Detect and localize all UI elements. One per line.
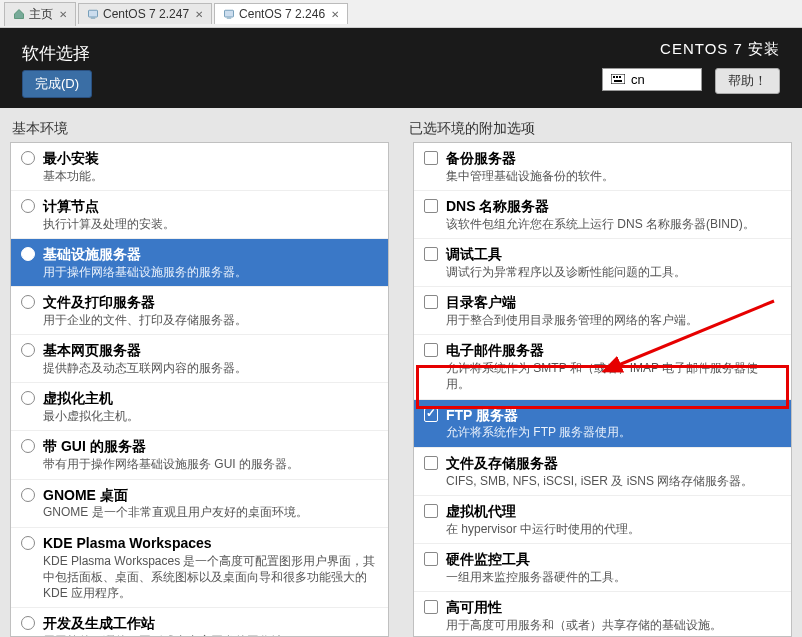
item-desc: 允许将系统作为 SMTP 和（或者）IMAP 电子邮件服务器使用。 — [446, 360, 781, 392]
radio-icon — [21, 439, 35, 457]
checkbox-icon — [424, 408, 438, 426]
svg-rect-1 — [91, 18, 96, 19]
item-name: 文件及存储服务器 — [446, 454, 753, 473]
addon-item-8[interactable]: 硬件监控工具一组用来监控服务器硬件的工具。 — [414, 543, 791, 591]
tab-vm-247[interactable]: CentOS 7 2.247 ✕ — [78, 3, 212, 24]
addon-item-0[interactable]: 备份服务器集中管理基础设施备份的软件。 — [414, 143, 791, 190]
help-button[interactable]: 帮助！ — [715, 68, 780, 94]
env-item-0[interactable]: 最小安装基本功能。 — [11, 143, 388, 190]
checkbox-icon — [424, 247, 438, 265]
checkbox-icon — [424, 552, 438, 570]
base-env-heading: 基本环境 — [12, 120, 395, 138]
keyboard-layout-selector[interactable]: cn — [602, 68, 702, 91]
vm-icon — [223, 8, 235, 20]
env-item-4[interactable]: 基本网页服务器提供静态及动态互联网内容的服务器。 — [11, 334, 388, 382]
item-name: 带 GUI 的服务器 — [43, 437, 299, 456]
item-desc: 执行计算及处理的安装。 — [43, 216, 175, 232]
svg-rect-6 — [616, 76, 618, 78]
item-desc: 提供静态及动态互联网内容的服务器。 — [43, 360, 247, 376]
item-name: FTP 服务器 — [446, 406, 631, 425]
addon-item-5[interactable]: FTP 服务器允许将系统作为 FTP 服务器使用。 — [414, 399, 791, 447]
svg-rect-7 — [619, 76, 621, 78]
item-name: 最小安装 — [43, 149, 103, 168]
env-item-1[interactable]: 计算节点执行计算及处理的安装。 — [11, 190, 388, 238]
item-name: 硬件监控工具 — [446, 550, 626, 569]
item-desc: 带有用于操作网络基础设施服务 GUI 的服务器。 — [43, 456, 299, 472]
item-name: 计算节点 — [43, 197, 175, 216]
radio-icon — [21, 536, 35, 554]
close-icon[interactable]: ✕ — [195, 9, 203, 20]
software-selection-content: 基本环境 最小安装基本功能。计算节点执行计算及处理的安装。基础设施服务器用于操作… — [0, 108, 802, 637]
radio-icon — [21, 295, 35, 313]
env-item-3[interactable]: 文件及打印服务器用于企业的文件、打印及存储服务器。 — [11, 286, 388, 334]
item-desc: 允许将系统作为 FTP 服务器使用。 — [446, 424, 631, 440]
checkbox-icon — [424, 343, 438, 361]
env-item-5[interactable]: 虚拟化主机最小虚拟化主机。 — [11, 382, 388, 430]
svg-rect-0 — [89, 10, 98, 17]
item-name: 调试工具 — [446, 245, 686, 264]
close-icon[interactable]: ✕ — [331, 9, 339, 20]
radio-icon — [21, 616, 35, 634]
item-desc: GNOME 是一个非常直观且用户友好的桌面环境。 — [43, 504, 308, 520]
env-item-2[interactable]: 基础设施服务器用于操作网络基础设施服务的服务器。 — [11, 238, 388, 286]
svg-rect-8 — [614, 80, 622, 82]
done-button[interactable]: 完成(D) — [22, 70, 92, 98]
addon-item-3[interactable]: 目录客户端用于整合到使用目录服务管理的网络的客户端。 — [414, 286, 791, 334]
tab-home[interactable]: 主页 ✕ — [4, 2, 76, 26]
addons-heading: 已选环境的附加选项 — [409, 120, 792, 138]
radio-icon — [21, 151, 35, 169]
addon-item-4[interactable]: 电子邮件服务器允许将系统作为 SMTP 和（或者）IMAP 电子邮件服务器使用。 — [414, 334, 791, 398]
addon-item-2[interactable]: 调试工具调试行为异常程序以及诊断性能问题的工具。 — [414, 238, 791, 286]
checkbox-icon — [424, 456, 438, 474]
checkbox-icon — [424, 504, 438, 522]
item-name: 虚拟机代理 — [446, 502, 640, 521]
item-desc: KDE Plasma Workspaces 是一个高度可配置图形用户界面，其中包… — [43, 553, 378, 602]
item-desc: CIFS, SMB, NFS, iSCSI, iSER 及 iSNS 网络存储服… — [446, 473, 753, 489]
installer-header: 软件选择 完成(D) CENTOS 7 安装 cn 帮助！ — [0, 28, 802, 108]
app-tab-bar: 主页 ✕ CentOS 7 2.247 ✕ CentOS 7 2.246 ✕ — [0, 0, 802, 28]
svg-rect-2 — [225, 10, 234, 17]
env-item-9[interactable]: 开发及生成工作站用于软件、硬件、图形或者内容开发的工作站。 — [11, 607, 388, 636]
item-desc: 用于高度可用服务和（或者）共享存储的基础设施。 — [446, 617, 722, 633]
tab-label: CentOS 7 2.247 — [103, 7, 189, 21]
item-desc: 用于操作网络基础设施服务的服务器。 — [43, 264, 247, 280]
item-desc: 在 hypervisor 中运行时使用的代理。 — [446, 521, 640, 537]
item-desc: 调试行为异常程序以及诊断性能问题的工具。 — [446, 264, 686, 280]
checkbox-icon — [424, 199, 438, 217]
item-name: 虚拟化主机 — [43, 389, 139, 408]
close-icon[interactable]: ✕ — [59, 9, 67, 20]
keyboard-icon — [611, 72, 625, 87]
item-desc: 一组用来监控服务器硬件的工具。 — [446, 569, 626, 585]
base-env-panel: 最小安装基本功能。计算节点执行计算及处理的安装。基础设施服务器用于操作网络基础设… — [10, 142, 389, 637]
tab-label: 主页 — [29, 6, 53, 23]
tab-label: CentOS 7 2.246 — [239, 7, 325, 21]
item-name: DNS 名称服务器 — [446, 197, 755, 216]
item-desc: 用于企业的文件、打印及存储服务器。 — [43, 312, 247, 328]
checkbox-icon — [424, 151, 438, 169]
item-name: 备份服务器 — [446, 149, 614, 168]
brand-label: CENTOS 7 安装 — [660, 40, 780, 59]
radio-icon — [21, 488, 35, 506]
base-env-list: 最小安装基本功能。计算节点执行计算及处理的安装。基础设施服务器用于操作网络基础设… — [11, 143, 388, 636]
addon-item-6[interactable]: 文件及存储服务器CIFS, SMB, NFS, iSCSI, iSER 及 iS… — [414, 447, 791, 495]
svg-rect-5 — [613, 76, 615, 78]
addon-item-1[interactable]: DNS 名称服务器该软件包组允许您在系统上运行 DNS 名称服务器(BIND)。 — [414, 190, 791, 238]
tab-vm-246[interactable]: CentOS 7 2.246 ✕ — [214, 3, 348, 24]
radio-icon — [21, 391, 35, 409]
item-desc: 该软件包组允许您在系统上运行 DNS 名称服务器(BIND)。 — [446, 216, 755, 232]
env-item-7[interactable]: GNOME 桌面GNOME 是一个非常直观且用户友好的桌面环境。 — [11, 479, 388, 527]
radio-icon — [21, 343, 35, 361]
item-desc: 集中管理基础设施备份的软件。 — [446, 168, 614, 184]
addons-list: 备份服务器集中管理基础设施备份的软件。DNS 名称服务器该软件包组允许您在系统上… — [414, 143, 791, 636]
item-name: 基础设施服务器 — [43, 245, 247, 264]
item-name: 高可用性 — [446, 598, 722, 617]
radio-icon — [21, 199, 35, 217]
env-item-6[interactable]: 带 GUI 的服务器带有用于操作网络基础设施服务 GUI 的服务器。 — [11, 430, 388, 478]
env-item-8[interactable]: KDE Plasma WorkspacesKDE Plasma Workspac… — [11, 527, 388, 607]
addon-item-7[interactable]: 虚拟机代理在 hypervisor 中运行时使用的代理。 — [414, 495, 791, 543]
addon-item-9[interactable]: 高可用性用于高度可用服务和（或者）共享存储的基础设施。 — [414, 591, 791, 636]
item-desc: 最小虚拟化主机。 — [43, 408, 139, 424]
item-name: KDE Plasma Workspaces — [43, 534, 378, 553]
item-name: 目录客户端 — [446, 293, 698, 312]
svg-rect-4 — [611, 74, 625, 84]
